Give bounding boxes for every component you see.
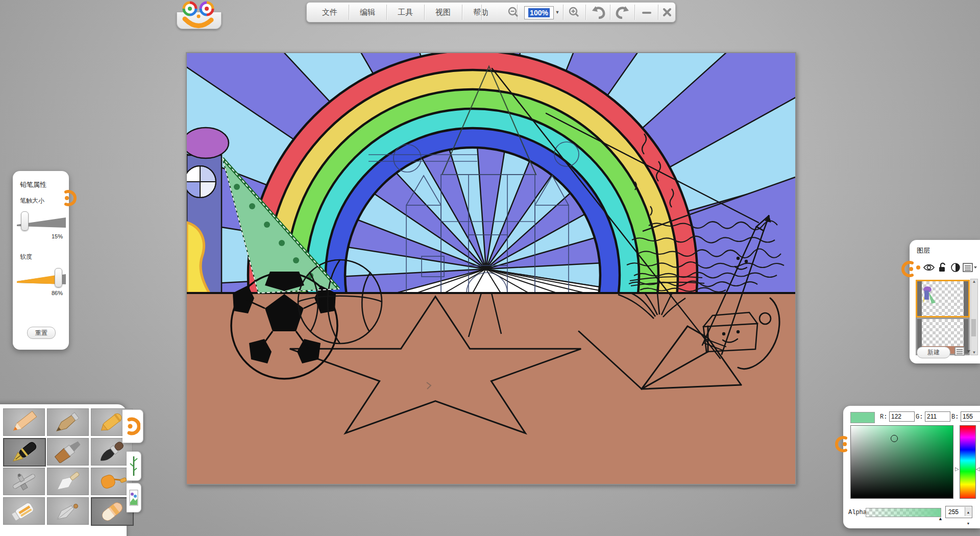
paint-bottle-icon [8,500,40,522]
tool-detail-knife[interactable] [47,497,89,525]
pencil-properties-panel: 铅笔属性 笔触大小 15% 软度 86% 重置 [13,171,69,350]
tab-stamp-pictures[interactable] [127,483,141,513]
fountain-pen-icon [8,441,41,464]
clown-logo-icon[interactable] [178,1,222,30]
list-icon [963,262,978,273]
brush-size-label: 笔触大小 [20,197,44,205]
scroll-thumb[interactable] [971,319,976,336]
wooden-pencil-icon [52,411,84,433]
lock-toggle[interactable] [937,262,947,275]
tool-airbrush[interactable] [3,468,45,495]
zoom-out-button[interactable] [505,4,522,20]
brush-size-value: 15% [52,233,63,239]
r-input[interactable] [889,411,915,422]
clown-eye-left [184,3,196,15]
tool-colored-pencil[interactable] [3,408,45,436]
g-label: G: [916,413,923,421]
toolbar: 文件 编辑 工具 视图 帮助 100% ▼ [306,2,676,22]
color-panel-drag-handle[interactable] [835,435,850,453]
scroll-up-arrow[interactable]: ▲ [971,279,977,284]
list-icon-small [954,346,972,356]
palette-handle-icon [125,416,140,436]
softness-slider[interactable] [17,271,66,286]
saturation-value-box[interactable] [850,425,953,499]
softness-label: 软度 [20,253,32,261]
eye-icon [923,262,935,273]
new-layer-button[interactable]: 新建 [917,347,950,358]
menu-edit[interactable]: 编辑 [350,3,385,22]
bamboo-icon [129,455,138,477]
reset-button[interactable]: 重置 [27,327,56,339]
blend-toggle[interactable] [950,262,961,275]
current-color-swatch [850,412,875,423]
half-circle-icon [950,262,961,273]
layer-item-1[interactable] [916,280,970,318]
redo-button[interactable] [612,4,633,20]
menu-view[interactable]: 视图 [425,3,461,22]
softness-value: 86% [52,290,63,296]
sv-marker[interactable] [891,435,898,442]
menu-help[interactable]: 帮助 [463,3,499,22]
zoom-level-value: 100% [528,8,550,17]
visibility-toggle[interactable] [923,262,935,275]
layers-title: 图层 [917,246,930,255]
redo-icon [615,6,630,19]
tab-bamboo-brushes[interactable] [127,451,141,481]
tool-wooden-pencil[interactable] [47,408,89,436]
magnifier-minus-icon [507,6,520,18]
alpha-spinner[interactable]: ▲▼ [965,507,971,516]
tool-flat-brush[interactable] [47,438,89,466]
ink-brush-icon [95,441,128,463]
close-icon [662,7,672,17]
brush-size-slider-handle[interactable] [21,211,29,231]
zoom-dropdown-caret[interactable]: ▼ [554,6,561,18]
paint-roller-icon [95,470,128,493]
zoom-level-field[interactable]: 100% [524,6,554,19]
layer1-thumbnail [917,281,968,316]
active-layer-dot [916,262,921,275]
g-input[interactable] [925,411,950,422]
b-input[interactable] [961,411,980,422]
undo-icon [591,6,606,19]
softness-slider-handle[interactable] [55,268,62,287]
alpha-slider[interactable]: ▲ [866,508,941,517]
magnifier-plus-icon [568,6,580,18]
hue-bar[interactable] [960,425,976,499]
airbrush-icon [8,470,40,493]
tool-palette-panel [0,404,127,536]
palette-drag-tab[interactable] [122,409,143,443]
panel-title: 铅笔属性 [20,180,46,189]
tool-paint-bottle[interactable] [3,497,45,525]
eraser-icon [96,500,129,523]
minimize-button[interactable] [636,4,657,20]
panel-drag-handle[interactable] [62,189,77,207]
detail-knife-icon [52,500,84,522]
layer-menu-button[interactable] [963,262,978,275]
close-button[interactable] [660,4,674,20]
color-picker-panel: R: G: B: ▷ ◁ Alpha ▲ 255 ▲▼ [843,406,980,528]
undo-button[interactable] [587,4,609,20]
hue-marker-right[interactable]: ◁ [976,466,980,472]
layers-more-menu[interactable] [954,346,972,358]
menu-tools[interactable]: 工具 [387,3,423,22]
alpha-slider-marker[interactable]: ▲ [938,516,943,521]
layers-drag-handle[interactable] [901,260,916,278]
flat-brush-icon [52,441,84,463]
drawing-canvas[interactable] [186,52,796,485]
app-window: 文件 编辑 工具 视图 帮助 100% ▼ [0,0,980,536]
menu-file[interactable]: 文件 [312,3,348,22]
zoom-in-button[interactable] [565,4,583,20]
hue-marker-left[interactable]: ▷ [955,466,959,472]
tool-fountain-pen[interactable] [3,438,46,467]
layers-panel: 图层 [910,240,980,363]
palette-knife-icon [52,470,84,493]
unlock-icon [937,262,947,273]
alpha-value: 255 [948,508,959,516]
r-label: R: [880,413,887,421]
tool-palette-knife[interactable] [47,468,89,495]
colored-pencil-icon [8,411,40,433]
picture-stamp-icon [129,487,138,508]
brush-size-slider[interactable] [17,214,66,230]
clown-nose [197,15,201,18]
layers-scrollbar[interactable]: ▲ ▼ [970,279,978,355]
